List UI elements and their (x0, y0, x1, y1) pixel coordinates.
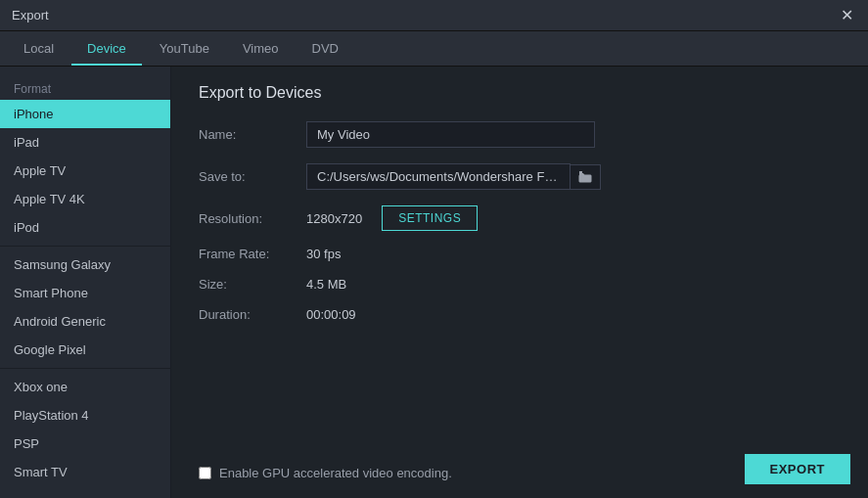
gpu-checkbox[interactable] (199, 467, 211, 479)
sidebar-item-psp[interactable]: PSP (0, 430, 170, 458)
tab-device[interactable]: Device (71, 33, 142, 66)
resolution-group: 1280x720 SETTINGS (306, 205, 478, 231)
sidebar-item-playstation-4[interactable]: PlayStation 4 (0, 401, 170, 430)
sidebar-divider (0, 246, 170, 247)
titlebar: Export ✕ (0, 0, 868, 31)
close-button[interactable]: ✕ (837, 6, 856, 25)
content-area: Export to Devices Name: Save to: Resolut… (171, 67, 868, 498)
sidebar-section-label: Format (0, 76, 170, 100)
resolution-label: Resolution: (199, 211, 306, 226)
name-input[interactable] (306, 121, 595, 148)
window-title: Export (12, 8, 49, 23)
name-row: Name: (199, 121, 841, 148)
tabbar: Local Device YouTube Vimeo DVD (0, 31, 868, 67)
tab-vimeo[interactable]: Vimeo (227, 33, 295, 66)
sidebar-item-ipad[interactable]: iPad (0, 128, 170, 157)
gpu-label[interactable]: Enable GPU accelerated video encoding. (219, 466, 452, 480)
save-to-input[interactable] (306, 163, 571, 190)
frame-rate-label: Frame Rate: (199, 247, 306, 261)
sidebar: Format iPhone iPad Apple TV Apple TV 4K … (0, 67, 171, 498)
sidebar-item-ipod[interactable]: iPod (0, 213, 170, 242)
duration-label: Duration: (199, 307, 306, 322)
tab-youtube[interactable]: YouTube (144, 33, 225, 66)
save-to-row: Save to: (199, 163, 841, 190)
export-button[interactable]: EXPORT (745, 454, 850, 484)
content-title: Export to Devices (199, 84, 841, 102)
save-to-label: Save to: (199, 169, 306, 184)
size-value: 4.5 MB (306, 277, 346, 292)
size-row: Size: 4.5 MB (199, 277, 841, 292)
frame-rate-row: Frame Rate: 30 fps (199, 247, 841, 261)
path-group (306, 163, 601, 190)
settings-button[interactable]: SETTINGS (382, 205, 478, 231)
sidebar-item-apple-tv-4k[interactable]: Apple TV 4K (0, 185, 170, 213)
resolution-value: 1280x720 (306, 211, 362, 226)
sidebar-item-smart-tv[interactable]: Smart TV (0, 458, 170, 486)
browse-button[interactable] (571, 164, 601, 190)
duration-row: Duration: 00:00:09 (199, 307, 841, 322)
sidebar-divider2 (0, 368, 170, 369)
main-layout: Format iPhone iPad Apple TV Apple TV 4K … (0, 67, 868, 498)
duration-value: 00:00:09 (306, 307, 356, 322)
tab-dvd[interactable]: DVD (297, 33, 354, 66)
frame-rate-value: 30 fps (306, 247, 341, 261)
sidebar-item-google-pixel[interactable]: Google Pixel (0, 336, 170, 364)
sidebar-item-apple-tv[interactable]: Apple TV (0, 157, 170, 185)
sidebar-item-iphone[interactable]: iPhone (0, 100, 170, 128)
tab-local[interactable]: Local (8, 33, 69, 66)
sidebar-item-android-generic[interactable]: Android Generic (0, 307, 170, 336)
gpu-checkbox-row: Enable GPU accelerated video encoding. (199, 466, 452, 480)
size-label: Size: (199, 277, 306, 292)
sidebar-item-smart-phone[interactable]: Smart Phone (0, 279, 170, 307)
name-label: Name: (199, 127, 306, 142)
resolution-row: Resolution: 1280x720 SETTINGS (199, 205, 841, 231)
sidebar-item-samsung-galaxy[interactable]: Samsung Galaxy (0, 250, 170, 279)
sidebar-item-xbox-one[interactable]: Xbox one (0, 373, 170, 401)
